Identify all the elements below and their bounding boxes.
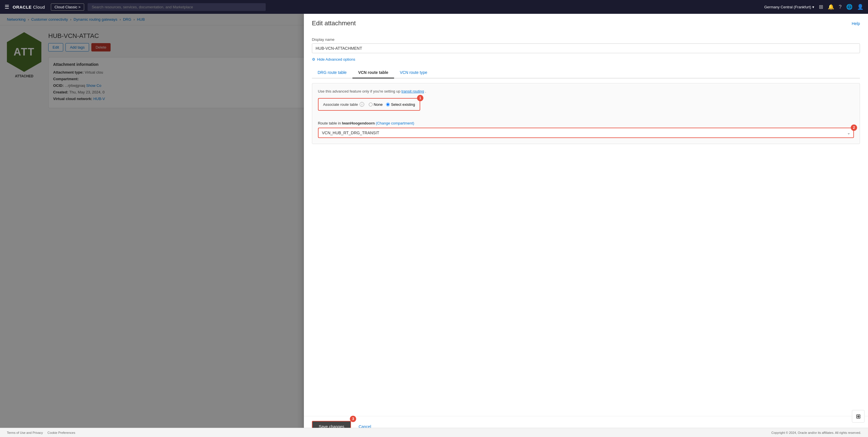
hamburger-menu[interactable]: ☰ bbox=[5, 4, 9, 10]
route-table-label: Route table in IwanHoogendoorn (Change c… bbox=[318, 121, 854, 125]
cookies-link[interactable]: Cookie Preferences bbox=[48, 431, 75, 434]
change-compartment-link[interactable]: (Change compartment) bbox=[376, 121, 414, 125]
oracle-logo: ORACLE Cloud bbox=[13, 5, 45, 9]
bell-icon[interactable]: 🔔 bbox=[828, 4, 834, 10]
tab-drg-route-table[interactable]: DRG route table bbox=[312, 67, 352, 79]
panel-header: Edit attachment Help bbox=[304, 14, 868, 27]
transit-routing-link[interactable]: transit routing bbox=[402, 89, 424, 93]
associate-label: Associate route table i bbox=[323, 102, 364, 107]
help-icon[interactable]: ? bbox=[839, 4, 842, 10]
none-radio-option[interactable]: None bbox=[369, 103, 382, 107]
globe-icon[interactable]: 🌐 bbox=[846, 4, 852, 10]
select-existing-radio-option[interactable]: Select existing bbox=[386, 103, 415, 107]
step-2-badge: 2 bbox=[851, 124, 857, 131]
associate-radio-group: None Select existing bbox=[369, 103, 415, 107]
select-existing-radio[interactable] bbox=[386, 103, 390, 106]
nav-right: Germany Central (Frankfurt) ▾ ⊞ 🔔 ? 🌐 👤 bbox=[764, 4, 863, 10]
region-selector[interactable]: Germany Central (Frankfurt) ▾ bbox=[764, 5, 814, 9]
tab-vcn-route-type[interactable]: VCN route type bbox=[394, 67, 433, 79]
tab-vcn-route-table[interactable]: VCN route table bbox=[352, 67, 394, 79]
tab-intro: Use this advanced feature only if you're… bbox=[318, 89, 854, 93]
associate-route-table-box: Associate route table i None Select exis… bbox=[318, 98, 420, 111]
display-name-input[interactable] bbox=[312, 43, 860, 53]
step-1-badge: 1 bbox=[417, 95, 423, 101]
associate-info-icon[interactable]: i bbox=[360, 102, 364, 107]
associate-route-table-wrap: Associate route table i None Select exis… bbox=[318, 98, 420, 116]
none-radio[interactable] bbox=[369, 103, 373, 106]
search-input[interactable] bbox=[88, 3, 266, 11]
route-table-select-container: VCN_HUB_RT_DRG_TRANSIT ⌄ bbox=[318, 128, 854, 138]
route-table-section: Route table in IwanHoogendoorn (Change c… bbox=[318, 121, 854, 138]
top-nav: ☰ ORACLE Cloud Cloud Classic > Germany C… bbox=[0, 0, 868, 14]
cloud-classic-button[interactable]: Cloud Classic > bbox=[51, 3, 85, 11]
vcn-route-table-content: Use this advanced feature only if you're… bbox=[312, 83, 860, 144]
chevron-down-icon: ▾ bbox=[812, 5, 814, 9]
footer-left: Terms of Use and Privacy Cookie Preferen… bbox=[7, 431, 75, 434]
user-icon[interactable]: 👤 bbox=[857, 4, 863, 10]
panel-title: Edit attachment bbox=[312, 20, 356, 27]
main-area: Networking › Customer connectivity › Dyn… bbox=[0, 14, 868, 437]
panel-help-link[interactable]: Help bbox=[851, 21, 860, 26]
tabs-bar: DRG route table VCN route table VCN rout… bbox=[312, 67, 860, 79]
step-3-badge: 3 bbox=[350, 416, 356, 422]
help-widget[interactable]: ⊞ bbox=[852, 410, 865, 423]
advanced-options-toggle[interactable]: ⚙ Hide Advanced options bbox=[312, 57, 860, 61]
route-table-select-wrap: VCN_HUB_RT_DRG_TRANSIT ⌄ 2 bbox=[318, 128, 854, 138]
page-footer: Terms of Use and Privacy Cookie Preferen… bbox=[0, 428, 868, 437]
route-table-select[interactable]: VCN_HUB_RT_DRG_TRANSIT bbox=[318, 128, 854, 138]
help-widget-icon: ⊞ bbox=[856, 413, 861, 420]
edit-attachment-panel: Edit attachment Help Display name ⚙ Hide… bbox=[304, 14, 868, 437]
copyright-text: Copyright © 2024, Oracle and/or its affi… bbox=[772, 431, 861, 434]
settings-icon: ⚙ bbox=[312, 57, 315, 61]
terms-link[interactable]: Terms of Use and Privacy bbox=[7, 431, 43, 434]
display-name-label: Display name bbox=[312, 37, 860, 42]
screen-icon[interactable]: ⊞ bbox=[819, 4, 823, 10]
panel-body: Display name ⚙ Hide Advanced options DRG… bbox=[304, 27, 868, 416]
